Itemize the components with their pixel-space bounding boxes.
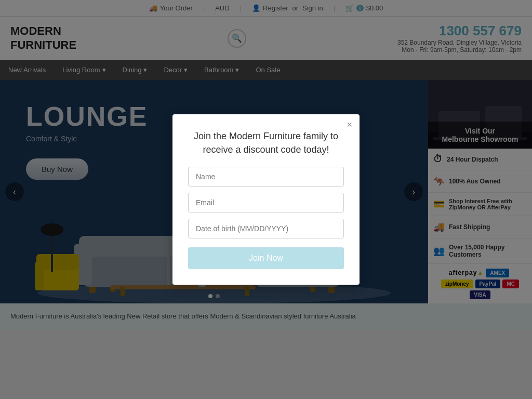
email-input[interactable]: [188, 193, 344, 212]
signup-modal: × Join the Modern Furniture family to re…: [172, 114, 360, 284]
dob-input[interactable]: [188, 219, 344, 238]
modal-overlay[interactable]: × Join the Modern Furniture family to re…: [0, 0, 532, 399]
name-input[interactable]: [188, 167, 344, 187]
modal-close-button[interactable]: ×: [347, 119, 352, 130]
modal-title: Join the Modern Furniture family to rece…: [188, 130, 344, 156]
join-now-button[interactable]: Join Now: [188, 247, 344, 269]
